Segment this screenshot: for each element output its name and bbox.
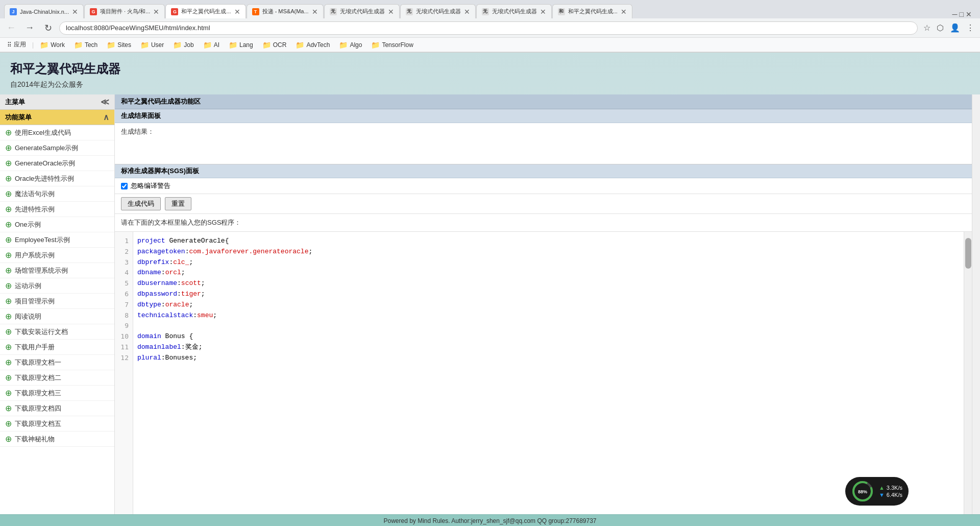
bookmark-tech[interactable]: 📁 Tech [71,40,101,50]
back-btn[interactable]: ← [4,21,18,35]
sgs-options: 忽略编译警告 [115,178,972,194]
sidebar-item-one[interactable]: ⊕ One示例 [0,217,114,232]
sidebar-item-venue[interactable]: ⊕ 场馆管理系统示例 [0,263,114,278]
tab-java-china[interactable]: J Java-ChinaUnix.n... ✕ [4,4,84,18]
tab-close-2[interactable]: ✕ [153,8,159,16]
bookmark-work[interactable]: 📁 Work [37,40,68,50]
sidebar-item-download-doc4[interactable]: ⊕ 下载原理文档四 [0,401,114,416]
sidebar-item-oracle-advanced[interactable]: ⊕ Oracle先进特性示例 [0,171,114,186]
tab-close-5[interactable]: ✕ [388,8,394,16]
bookmark-user[interactable]: 📁 User [137,40,167,50]
ignore-warning-label[interactable]: 忽略编译警告 [121,181,170,190]
maximize-btn[interactable]: □ [960,10,964,18]
page-subtitle: 自2014年起为公众服务 [10,80,970,89]
sidebar-item-employee[interactable]: ⊕ EmployeeTest示例 [0,232,114,248]
tab-project-attachment[interactable]: G 项目附件 · 火鸟/和... ✕ [84,4,165,18]
tab-codegen-2[interactable]: 无 无埌式代码生成器 ✕ [400,4,476,18]
sgs-panel-header: 标准生成器脚本(SGS)面板 [115,164,972,178]
result-area[interactable]: 生成结果： [115,123,972,164]
code-content[interactable]: project GenerateOracle{ packagetoken:com… [133,232,964,514]
bookmark-advtech[interactable]: 📁 AdvTech [292,40,333,50]
sidebar-item-download-doc2[interactable]: ⊕ 下载原理文档二 [0,370,114,386]
sidebar-expand-btn[interactable]: ∧ [103,112,109,122]
line-num-7: 7 [115,300,133,310]
plus-circle-icon-15: ⊕ [5,342,12,352]
scrollbar-thumb[interactable] [965,238,971,269]
reload-btn[interactable]: ↻ [41,21,55,35]
sgs-panel: 标准生成器脚本(SGS)面板 忽略编译警告 生成代码 重置 请在下面的文本框里输… [115,164,972,514]
sidebar-item-generate-oracle[interactable]: ⊕ GenerateOracle示例 [0,156,114,171]
bookmark-tensorflow[interactable]: 📁 TensorFlow [368,40,416,50]
sidebar-item-label-1: 使用Excel生成代码 [15,128,71,137]
sidebar-item-readme[interactable]: ⊕ 阅读说明 [0,309,114,324]
sidebar-item-download-install[interactable]: ⊕ 下载安装运行文档 [0,324,114,340]
tab-label-8: 和平之翼代码生成... [568,8,618,15]
right-scrollbar[interactable] [972,94,980,514]
menu-icon[interactable]: ⋮ [965,21,976,34]
tab-codegen-3[interactable]: 无 无埌式代码生成器 ✕ [476,4,552,18]
tab-peace-wing-2[interactable]: 和 和平之翼代码生成... ✕ [552,4,632,18]
browser-chrome: J Java-ChinaUnix.n... ✕ G 项目附件 · 火鸟/和...… [0,0,980,53]
sidebar-item-project[interactable]: ⊕ 项目管理示例 [0,294,114,309]
line-num-5: 5 [115,278,133,289]
plus-circle-icon-12: ⊕ [5,296,12,306]
forward-btn[interactable]: → [22,21,37,35]
page-title: 和平之翼代码生成器 [10,61,970,77]
tab-close-7[interactable]: ✕ [540,8,546,16]
tab-favicon-6: 无 [406,8,413,15]
sidebar-item-advanced[interactable]: ⊕ 先进特性示例 [0,202,114,217]
bookmark-ocr[interactable]: 📁 OCR [259,40,290,50]
sidebar-item-user-system[interactable]: ⊕ 用户系统示例 [0,248,114,263]
bookmark-apps[interactable]: ⠿ 应用 [4,39,29,50]
download-speed: 6.4K/s [887,492,902,498]
tab-close-1[interactable]: ✕ [72,8,78,16]
cast-icon[interactable]: ⬡ [935,21,945,34]
sidebar-collapse-btn[interactable]: ≪ [101,97,109,107]
bookmark-lang[interactable]: 📁 Lang [226,40,256,50]
tab-ms-a[interactable]: T 投递 - MS&A(Ma... ✕ [247,4,324,18]
ignore-warning-checkbox[interactable] [121,183,128,189]
sidebar-item-label-8: EmployeeTest示例 [15,235,70,245]
plus-circle-icon-14: ⊕ [5,327,12,337]
folder-icon-advtech: 📁 [296,41,304,49]
bookmark-lang-label: Lang [239,41,253,49]
tab-peace-wing-active[interactable]: G 和平之翼代码生成... ✕ [165,4,246,18]
tab-close-6[interactable]: ✕ [464,8,470,16]
tab-close-4[interactable]: ✕ [312,8,318,16]
tab-close-8[interactable]: ✕ [621,8,627,16]
sidebar-item-excel[interactable]: ⊕ 使用Excel生成代码 [0,125,114,140]
tab-label-3: 和平之翼代码生成... [181,8,231,15]
folder-icon-tech: 📁 [74,41,83,49]
main-menu-label: 主菜单 [5,98,25,107]
line-num-11: 11 [115,342,133,353]
bookmark-algo[interactable]: 📁 Algo [336,40,365,50]
url-bar[interactable]: localhost:8080/PeaceWingSMEU/html/index.… [59,21,918,35]
sidebar-item-label-7: One示例 [15,220,41,229]
plus-circle-icon-17: ⊕ [5,373,12,382]
separator-1: | [32,41,34,49]
star-icon[interactable]: ☆ [922,21,932,34]
generate-code-button[interactable]: 生成代码 [121,197,161,210]
tab-close-3[interactable]: ✕ [234,8,240,16]
sidebar-item-download-doc5[interactable]: ⊕ 下载原理文档五 [0,416,114,432]
sidebar-item-generate-sample[interactable]: ⊕ GenerateSample示例 [0,140,114,156]
bookmark-sites[interactable]: 📁 Sites [104,40,134,50]
sidebar-item-download-gift[interactable]: ⊕ 下载神秘礼物 [0,432,114,447]
tab-codegen-1[interactable]: 无 无埌式代码生成器 ✕ [324,4,400,18]
sidebar-item-download-manual[interactable]: ⊕ 下载用户手册 [0,340,114,355]
close-btn[interactable]: ✕ [966,10,972,18]
minimize-btn[interactable]: ─ [952,10,958,18]
reset-button[interactable]: 重置 [165,197,191,210]
sidebar-item-sports[interactable]: ⊕ 运动示例 [0,278,114,294]
bookmark-ai[interactable]: 📁 AI [200,40,223,50]
sidebar-item-label-19: 下载原理文档四 [15,404,61,413]
code-scrollbar[interactable] [964,232,972,514]
sidebar-item-download-doc3[interactable]: ⊕ 下载原理文档三 [0,386,114,401]
plus-circle-icon-4: ⊕ [5,174,12,183]
account-icon[interactable]: 👤 [948,21,962,34]
sidebar-item-download-doc1[interactable]: ⊕ 下载原理文档一 [0,355,114,370]
sidebar-item-magic[interactable]: ⊕ 魔法语句示例 [0,186,114,202]
bookmark-job[interactable]: 📁 Job [170,40,197,50]
code-line-1: project GenerateOracle{ [137,236,960,247]
nav-icons: ☆ ⬡ 👤 ⋮ [922,21,976,34]
